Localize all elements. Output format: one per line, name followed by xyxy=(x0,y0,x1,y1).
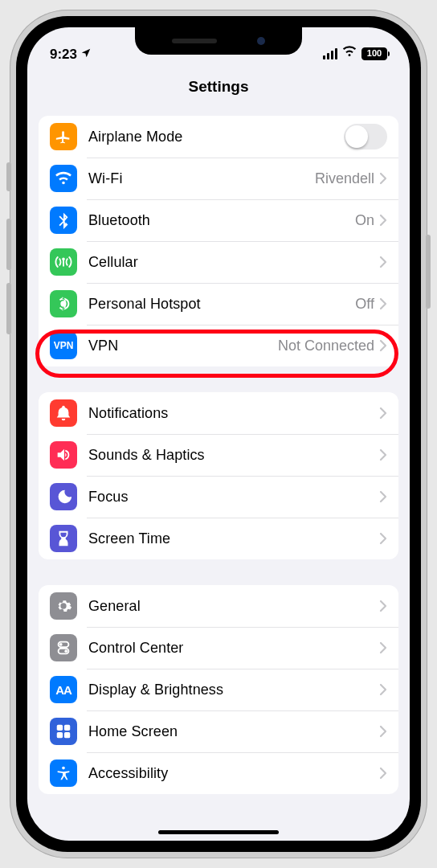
chevron-right-icon xyxy=(379,641,387,654)
notch xyxy=(135,27,302,55)
sounds-icon xyxy=(50,441,77,469)
row-general[interactable]: General xyxy=(39,585,398,627)
row-vpn[interactable]: VPNVPNNot Connected xyxy=(39,325,398,366)
navbar: Settings xyxy=(27,66,410,108)
chevron-right-icon xyxy=(379,297,387,310)
row-label: Focus xyxy=(88,489,379,506)
row-notifications[interactable]: Notifications xyxy=(39,392,398,434)
row-label: Wi-Fi xyxy=(88,170,315,187)
screen: 9:23 100 Se xyxy=(27,27,410,841)
status-right: 100 xyxy=(323,44,387,63)
volume-down-button[interactable] xyxy=(6,283,11,334)
device-bezel: 9:23 100 Se xyxy=(16,16,421,852)
row-home-screen[interactable]: Home Screen xyxy=(39,710,398,752)
cellular-signal-icon xyxy=(323,48,337,59)
row-label: Bluetooth xyxy=(88,212,355,229)
svg-point-1 xyxy=(59,643,63,646)
speaker-grill xyxy=(172,39,217,43)
chevron-right-icon xyxy=(379,339,387,352)
row-label: Airplane Mode xyxy=(88,129,344,145)
row-bluetooth[interactable]: BluetoothOn xyxy=(39,199,398,241)
row-focus[interactable]: Focus xyxy=(39,476,398,518)
bluetooth-icon xyxy=(50,207,77,234)
row-personal-hotspot[interactable]: Personal HotspotOff xyxy=(39,283,398,325)
settings-group: GeneralControl CenterAADisplay & Brightn… xyxy=(39,585,398,794)
settings-group: NotificationsSounds & HapticsFocusScreen… xyxy=(39,392,398,559)
focus-icon xyxy=(50,483,77,510)
volume-up-button[interactable] xyxy=(6,219,11,270)
settings-group: Airplane ModeWi-FiRivendellBluetoothOnCe… xyxy=(39,116,398,366)
chevron-right-icon xyxy=(379,172,387,185)
device-frame: 9:23 100 Se xyxy=(10,10,427,858)
chevron-right-icon xyxy=(379,725,387,738)
row-label: Accessibility xyxy=(88,765,379,782)
page-title: Settings xyxy=(189,78,249,96)
row-label: Sounds & Haptics xyxy=(88,447,379,464)
row-label: Home Screen xyxy=(88,723,379,740)
battery-indicator: 100 xyxy=(361,47,387,60)
row-sounds-haptics[interactable]: Sounds & Haptics xyxy=(39,434,398,476)
general-icon xyxy=(50,592,77,620)
row-label: Screen Time xyxy=(88,530,379,547)
mute-switch[interactable] xyxy=(6,162,11,191)
row-label: Display & Brightness xyxy=(88,682,379,698)
battery-level: 100 xyxy=(361,47,387,60)
svg-point-8 xyxy=(62,767,65,770)
home-indicator[interactable] xyxy=(158,830,279,834)
chevron-right-icon xyxy=(379,448,387,461)
chevron-right-icon xyxy=(379,600,387,612)
side-button[interactable] xyxy=(426,235,431,309)
chevron-right-icon xyxy=(379,683,387,696)
row-value: Not Connected xyxy=(278,338,374,354)
row-airplane-mode: Airplane Mode xyxy=(39,116,398,158)
status-time: 9:23 xyxy=(50,47,77,63)
row-label: Personal Hotspot xyxy=(88,296,355,313)
row-screen-time[interactable]: Screen Time xyxy=(39,518,398,559)
svg-rect-7 xyxy=(64,732,70,738)
svg-rect-4 xyxy=(57,725,63,731)
row-label: VPN xyxy=(88,338,278,354)
chevron-right-icon xyxy=(379,490,387,503)
chevron-right-icon xyxy=(379,214,387,227)
location-icon xyxy=(80,47,92,63)
cellular-icon xyxy=(50,248,77,276)
notifications-icon xyxy=(50,399,77,427)
status-left: 9:23 xyxy=(50,47,92,63)
chevron-right-icon xyxy=(379,532,387,545)
row-label: Cellular xyxy=(88,254,379,271)
svg-point-3 xyxy=(64,649,67,653)
row-label: Notifications xyxy=(88,405,379,422)
chevron-right-icon xyxy=(379,767,387,780)
wifi-status-icon xyxy=(342,44,357,63)
accessibility-icon xyxy=(50,760,77,787)
settings-list[interactable]: Airplane ModeWi-FiRivendellBluetoothOnCe… xyxy=(27,108,410,841)
svg-rect-6 xyxy=(57,732,63,738)
wifi-icon xyxy=(50,165,77,192)
row-value: Rivendell xyxy=(315,170,374,187)
airplane-icon xyxy=(50,123,77,150)
row-value: On xyxy=(355,212,374,229)
row-wi-fi[interactable]: Wi-FiRivendell xyxy=(39,158,398,199)
screentime-icon xyxy=(50,525,77,552)
control-icon xyxy=(50,634,77,661)
homescreen-icon xyxy=(50,718,77,745)
row-accessibility[interactable]: Accessibility xyxy=(39,752,398,794)
toggle-airplane-mode[interactable] xyxy=(344,124,387,149)
chevron-right-icon xyxy=(379,407,387,420)
vpn-icon: VPN xyxy=(50,332,77,359)
row-value: Off xyxy=(355,296,374,313)
svg-rect-5 xyxy=(64,725,70,731)
row-label: Control Center xyxy=(88,640,379,657)
row-cellular[interactable]: Cellular xyxy=(39,241,398,283)
row-label: General xyxy=(88,598,379,615)
front-camera xyxy=(257,37,265,45)
hotspot-icon xyxy=(50,290,77,317)
row-control-center[interactable]: Control Center xyxy=(39,627,398,669)
row-display-brightness[interactable]: AADisplay & Brightness xyxy=(39,669,398,710)
display-icon: AA xyxy=(50,676,77,703)
chevron-right-icon xyxy=(379,256,387,268)
